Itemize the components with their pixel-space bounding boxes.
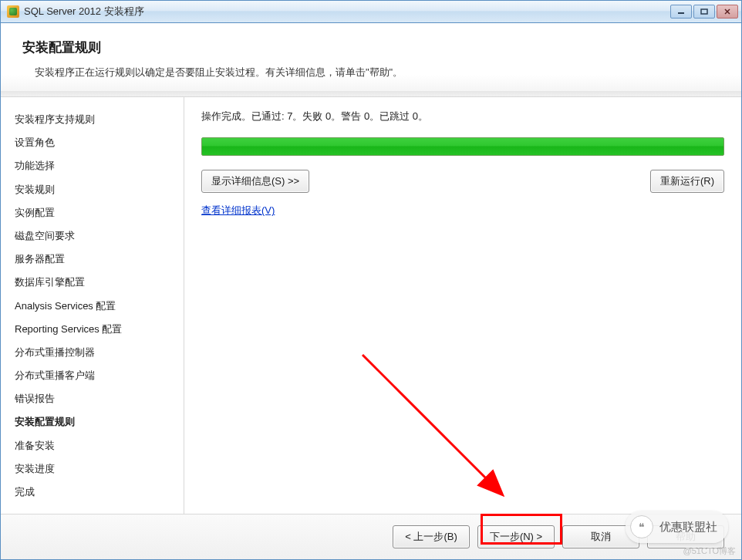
progress-bar: [201, 137, 724, 156]
view-report-link[interactable]: 查看详细报表(V): [201, 204, 275, 218]
sidebar-item[interactable]: 完成: [15, 481, 184, 504]
svg-rect-1: [701, 9, 707, 14]
sidebar-item-active[interactable]: 安装配置规则: [15, 410, 184, 433]
sidebar-item[interactable]: 磁盘空间要求: [15, 224, 184, 248]
minimize-button[interactable]: [670, 5, 692, 19]
action-row: 显示详细信息(S) >> 重新运行(R): [201, 170, 724, 193]
sidebar-item[interactable]: Reporting Services 配置: [15, 318, 184, 341]
page-title: 安装配置规则: [22, 39, 720, 56]
sidebar-item[interactable]: 分布式重播客户端: [15, 364, 184, 387]
sidebar-item[interactable]: Analysis Services 配置: [15, 295, 184, 318]
content: 操作完成。已通过: 7。失败 0。警告 0。已跳过 0。 显示详细信息(S) >…: [184, 97, 741, 514]
sidebar-item[interactable]: 安装程序支持规则: [15, 108, 184, 131]
page-subtitle: 安装程序正在运行规则以确定是否要阻止安装过程。有关详细信息，请单击"帮助"。: [22, 66, 720, 79]
sidebar-item[interactable]: 错误报告: [15, 387, 184, 410]
app-icon: [7, 5, 19, 18]
watermark-bubble: ❝ 优惠联盟社: [626, 511, 728, 543]
sidebar-item[interactable]: 功能选择: [15, 154, 184, 177]
body: 安装程序支持规则 设置角色 功能选择 安装规则 实例配置 磁盘空间要求 服务器配…: [1, 97, 741, 514]
header: 安装配置规则 安装程序正在运行规则以确定是否要阻止安装过程。有关详细信息，请单击…: [1, 23, 741, 97]
sidebar-item[interactable]: 分布式重播控制器: [15, 341, 184, 364]
rerun-button[interactable]: 重新运行(R): [650, 170, 724, 193]
window-title: SQL Server 2012 安装程序: [24, 5, 669, 19]
sidebar-item[interactable]: 安装进度: [15, 457, 184, 481]
status-text: 操作完成。已通过: 7。失败 0。警告 0。已跳过 0。: [201, 110, 724, 123]
watermark-text: 优惠联盟社: [659, 520, 717, 535]
svg-rect-0: [678, 12, 684, 14]
sidebar-item[interactable]: 设置角色: [15, 131, 184, 154]
watermark-icon: ❝: [630, 515, 653, 538]
sidebar-item[interactable]: 安装规则: [15, 178, 184, 201]
titlebar: SQL Server 2012 安装程序: [0, 0, 742, 23]
next-button[interactable]: 下一步(N) >: [477, 525, 555, 548]
sidebar-item[interactable]: 服务器配置: [15, 248, 184, 271]
sidebar-item[interactable]: 数据库引擎配置: [15, 271, 184, 294]
sidebar-item[interactable]: 实例配置: [15, 201, 184, 224]
sidebar-item[interactable]: 准备安装: [15, 434, 184, 457]
show-details-button[interactable]: 显示详细信息(S) >>: [201, 170, 309, 193]
back-button[interactable]: < 上一步(B): [393, 525, 470, 548]
window-controls: [669, 5, 738, 19]
sidebar: 安装程序支持规则 设置角色 功能选择 安装规则 实例配置 磁盘空间要求 服务器配…: [1, 97, 184, 514]
window-frame: 安装配置规则 安装程序正在运行规则以确定是否要阻止安装过程。有关详细信息，请单击…: [0, 23, 742, 560]
watermark-small: @51CTO博客: [683, 545, 736, 557]
close-button[interactable]: [717, 5, 738, 19]
maximize-button[interactable]: [693, 5, 715, 19]
